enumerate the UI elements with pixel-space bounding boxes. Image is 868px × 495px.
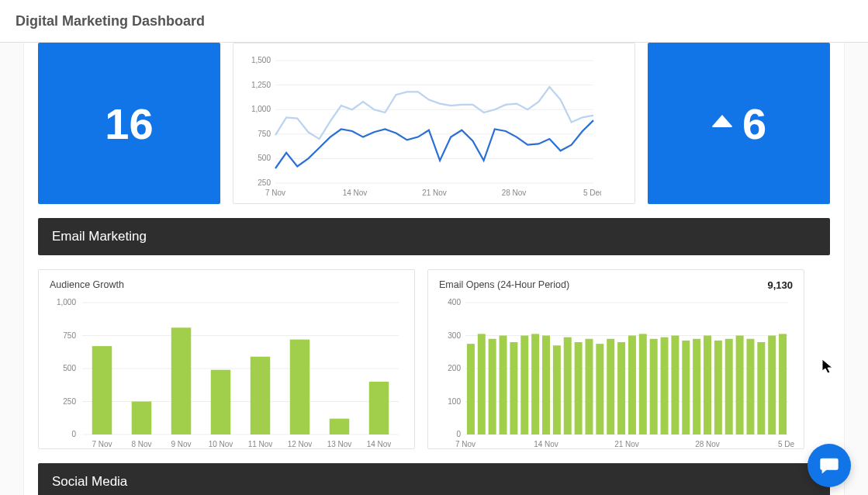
svg-rect-66 <box>607 339 614 434</box>
svg-rect-55 <box>489 339 496 434</box>
svg-text:200: 200 <box>448 364 461 372</box>
email-opens-chart: 01002003004007 Nov14 Nov21 Nov28 Nov5 De… <box>439 298 793 453</box>
svg-rect-69 <box>639 334 647 434</box>
svg-text:300: 300 <box>448 331 461 340</box>
svg-rect-77 <box>725 339 733 434</box>
svg-text:500: 500 <box>258 154 271 162</box>
svg-text:8 Nov: 8 Nov <box>131 440 151 448</box>
audience-growth-card[interactable]: Audience Growth 02505007501,0007 Nov8 No… <box>38 269 415 449</box>
svg-text:28 Nov: 28 Nov <box>695 440 720 448</box>
svg-rect-58 <box>520 336 528 435</box>
svg-text:10 Nov: 10 Nov <box>209 440 233 448</box>
chat-bubble-button[interactable] <box>807 444 851 487</box>
svg-text:13 Nov: 13 Nov <box>327 440 352 448</box>
line-chart: 2505007501,0001,2501,5007 Nov14 Nov21 No… <box>244 53 624 200</box>
svg-text:14 Nov: 14 Nov <box>343 189 368 197</box>
email-opens-total: 9,130 <box>767 279 793 291</box>
svg-rect-60 <box>542 336 550 435</box>
svg-rect-33 <box>211 370 231 434</box>
svg-rect-54 <box>478 334 486 434</box>
svg-text:14 Nov: 14 Nov <box>534 440 558 448</box>
svg-text:21 Nov: 21 Nov <box>422 189 447 197</box>
email-opens-card[interactable]: Email Opens (24-Hour Period) 9,130 01002… <box>427 269 804 449</box>
content: 16 2505007501,0001,2501,5007 Nov14 Nov21… <box>23 43 845 495</box>
svg-rect-75 <box>704 336 711 435</box>
top-row: 16 2505007501,0001,2501,5007 Nov14 Nov21… <box>38 43 830 204</box>
kpi-left-value: 16 <box>105 99 153 149</box>
svg-text:1,000: 1,000 <box>57 298 76 306</box>
svg-rect-67 <box>617 342 625 434</box>
svg-text:750: 750 <box>63 331 76 340</box>
email-opens-title: Email Opens (24-Hour Period) <box>439 279 793 290</box>
svg-text:0: 0 <box>456 430 461 438</box>
svg-rect-65 <box>596 344 603 434</box>
kpi-right-value: 6 <box>742 99 766 149</box>
chat-icon <box>818 455 840 476</box>
audience-growth-chart: 02505007501,0007 Nov8 Nov9 Nov10 Nov11 N… <box>50 298 403 453</box>
kpi-card-right[interactable]: 6 <box>648 43 830 204</box>
svg-rect-64 <box>585 339 593 434</box>
svg-rect-82 <box>779 334 787 434</box>
svg-rect-63 <box>575 342 583 434</box>
svg-rect-53 <box>467 344 475 434</box>
svg-rect-59 <box>531 334 539 434</box>
svg-text:7 Nov: 7 Nov <box>455 440 475 448</box>
svg-rect-27 <box>92 346 112 434</box>
svg-rect-78 <box>736 336 744 435</box>
svg-rect-29 <box>132 402 152 435</box>
kpi-card-left[interactable]: 16 <box>38 43 220 204</box>
svg-text:21 Nov: 21 Nov <box>614 440 639 448</box>
svg-text:11 Nov: 11 Nov <box>248 440 273 448</box>
svg-text:7 Nov: 7 Nov <box>92 440 112 448</box>
svg-rect-57 <box>510 342 517 434</box>
svg-rect-61 <box>553 345 561 434</box>
svg-text:100: 100 <box>448 397 461 406</box>
svg-rect-37 <box>290 340 310 434</box>
svg-text:5 Dec: 5 Dec <box>583 189 601 197</box>
svg-rect-71 <box>661 338 669 434</box>
section-email-marketing: Email Marketing <box>38 218 830 255</box>
svg-text:12 Nov: 12 Nov <box>288 440 313 448</box>
svg-text:500: 500 <box>63 364 76 372</box>
svg-rect-41 <box>369 382 389 434</box>
section-social-media: Social Media <box>38 463 830 495</box>
svg-rect-31 <box>171 327 192 434</box>
svg-rect-35 <box>251 357 271 434</box>
page-title: Digital Marketing Dashboard <box>16 13 205 29</box>
svg-text:9 Nov: 9 Nov <box>171 440 191 448</box>
svg-text:5 Dec: 5 Dec <box>778 440 794 448</box>
line-chart-card[interactable]: 2505007501,0001,2501,5007 Nov14 Nov21 No… <box>233 43 635 204</box>
trend-up-icon <box>711 115 733 127</box>
svg-rect-39 <box>330 419 350 434</box>
page: 16 2505007501,0001,2501,5007 Nov14 Nov21… <box>0 43 868 495</box>
svg-rect-79 <box>746 339 754 434</box>
svg-rect-68 <box>628 336 636 435</box>
svg-rect-73 <box>682 341 690 434</box>
svg-text:1,000: 1,000 <box>251 105 271 113</box>
svg-rect-70 <box>650 339 658 434</box>
email-row: Audience Growth 02505007501,0007 Nov8 No… <box>38 269 830 449</box>
svg-text:400: 400 <box>448 298 461 306</box>
topbar: Digital Marketing Dashboard <box>0 0 868 43</box>
svg-rect-81 <box>768 336 776 435</box>
svg-text:1,500: 1,500 <box>251 56 271 64</box>
svg-rect-62 <box>564 338 572 434</box>
svg-text:1,250: 1,250 <box>251 81 271 89</box>
svg-text:250: 250 <box>63 397 76 406</box>
svg-text:7 Nov: 7 Nov <box>265 189 285 197</box>
svg-rect-76 <box>714 341 722 434</box>
svg-text:14 Nov: 14 Nov <box>367 440 392 448</box>
svg-rect-74 <box>693 339 700 434</box>
svg-text:28 Nov: 28 Nov <box>502 189 527 197</box>
svg-rect-80 <box>757 342 765 434</box>
audience-growth-title: Audience Growth <box>50 279 403 290</box>
svg-text:750: 750 <box>258 130 271 138</box>
svg-rect-56 <box>500 336 507 435</box>
svg-text:0: 0 <box>71 430 76 438</box>
svg-rect-72 <box>671 336 679 435</box>
svg-text:250: 250 <box>258 178 271 187</box>
